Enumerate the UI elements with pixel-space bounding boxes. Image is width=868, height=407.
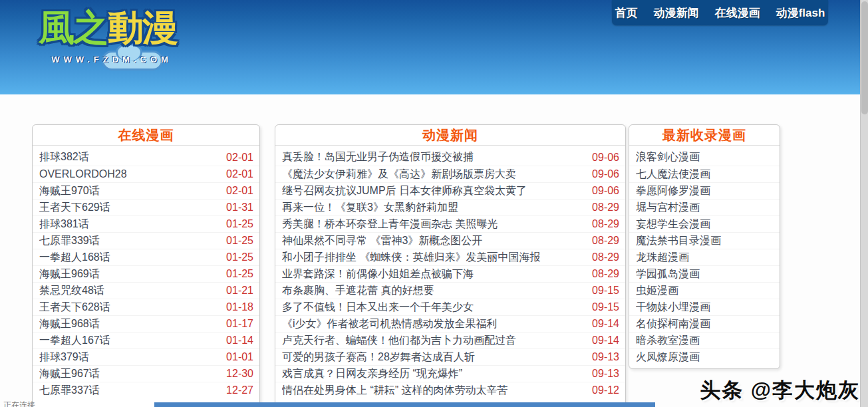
item-title[interactable]: 海贼王969话 — [39, 267, 221, 281]
item-title[interactable]: 秀美腿！桥本环奈登上青年漫画杂志 美照曝光 — [282, 217, 587, 231]
nav-item[interactable]: 首页 — [615, 5, 638, 21]
item-title[interactable]: 海贼王970话 — [39, 184, 221, 198]
list-item[interactable]: 排球379话 01-01 — [33, 348, 259, 365]
list-item[interactable]: 一拳超人167话 01-14 — [33, 332, 259, 348]
item-title[interactable]: 拳愿阿修罗漫画 — [636, 184, 774, 198]
item-title[interactable]: 卢克天行者、蝙蝠侠！他们都为吉卜力动画配过音 — [282, 334, 587, 348]
item-title[interactable]: 名侦探柯南漫画 — [636, 317, 774, 331]
list-item[interactable]: 多了不值钱！日本又出来一个千年美少女 09-15 — [275, 299, 625, 315]
item-title[interactable]: 排球382话 — [39, 150, 221, 164]
item-title[interactable]: 海贼王968话 — [39, 317, 221, 331]
item-title[interactable]: 神仙果然不同寻常 《雷神3》新概念图公开 — [282, 234, 587, 248]
list-item[interactable]: 堀与宫村漫画 — [629, 199, 780, 215]
item-date: 09-14 — [592, 335, 619, 346]
item-title[interactable]: 海贼王967话 — [39, 367, 221, 381]
list-item[interactable]: 情侣在处男身体上 “耕耘” 这样的肉体劳动太辛苦 09-12 — [275, 382, 625, 398]
list-item[interactable]: 和小团子排排坐 《蜘蛛侠：英雄归来》发美丽中国海报 08-29 — [275, 249, 625, 265]
list-item[interactable]: 排球382话 02-01 — [33, 149, 259, 166]
item-title[interactable]: OVERLORDOH28 — [39, 168, 221, 180]
item-title[interactable]: 再来一位！《复联3》女黑豹舒莉加盟 — [282, 201, 587, 215]
list-item[interactable]: 一拳超人168话 01-25 — [33, 249, 259, 265]
item-title[interactable]: 学园孤岛漫画 — [636, 267, 774, 281]
list-item[interactable]: 再来一位！《复联3》女黑豹舒莉加盟 08-29 — [275, 199, 625, 215]
item-title[interactable]: 暗杀教室漫画 — [636, 334, 774, 348]
item-title[interactable]: 王者天下628话 — [39, 301, 221, 315]
item-title[interactable]: 业界套路深！前偶像小姐姐差点被骗下海 — [282, 267, 587, 281]
list-item[interactable]: 继号召网友抗议JUMP后 日本女律师称真空袋太黄了 09-06 — [275, 182, 625, 199]
list-item[interactable]: 海贼王969话 01-25 — [33, 265, 259, 282]
list-item[interactable]: 可爱的男孩子赛高！28岁舞者达成百人斩 09-13 — [275, 348, 625, 365]
list-item[interactable]: 学园孤岛漫画 — [629, 265, 780, 282]
item-title[interactable]: 和小团子排排坐 《蜘蛛侠：英雄归来》发美丽中国海报 — [282, 251, 587, 265]
list-item[interactable]: 排球381话 01-25 — [33, 215, 259, 232]
item-date: 08-29 — [592, 235, 619, 247]
list-item[interactable]: 虫姬漫画 — [629, 282, 780, 299]
list-item[interactable]: 七人魔法使漫画 — [629, 166, 780, 182]
nav-item[interactable]: 动漫flash — [776, 5, 825, 21]
item-title[interactable]: 《魔法少女伊莉雅》及《高达》新剧场版票房大卖 — [282, 168, 587, 182]
list-item[interactable]: 《i少女》作者被老司机热情感动发放全果福利 09-14 — [275, 315, 625, 332]
list-item[interactable]: 火凤燎原漫画 — [629, 348, 780, 365]
list-item[interactable]: 业界套路深！前偶像小姐姐差点被骗下海 08-29 — [275, 265, 625, 282]
list-item[interactable]: 戏言成真？日网友亲身经历 “现充爆炸” 09-13 — [275, 365, 625, 382]
item-title[interactable]: 《i少女》作者被老司机热情感动发放全果福利 — [282, 317, 587, 331]
item-date: 01-14 — [226, 335, 253, 346]
item-title[interactable]: 戏言成真？日网友亲身经历 “现充爆炸” — [282, 367, 587, 381]
item-title[interactable]: 禁忌咒纹48话 — [39, 284, 221, 298]
site-logo[interactable]: 風之動漫 WWW.FZDM.COM — [39, 9, 185, 88]
item-title[interactable]: 王者天下629话 — [39, 201, 221, 215]
item-title[interactable]: 七原罪339话 — [39, 234, 221, 248]
item-title[interactable]: 妄想学生会漫画 — [636, 217, 774, 231]
list-item[interactable]: 名侦探柯南漫画 — [629, 315, 780, 332]
item-title[interactable]: 多了不值钱！日本又出来一个千年美少女 — [282, 301, 587, 315]
vertical-scrollbar[interactable] — [860, 0, 868, 407]
item-title[interactable]: 继号召网友抗议JUMP后 日本女律师称真空袋太黄了 — [282, 184, 587, 198]
item-title[interactable]: 排球379话 — [39, 350, 221, 364]
item-title[interactable]: 一拳超人167话 — [39, 334, 221, 348]
item-title[interactable]: 可爱的男孩子赛高！28岁舞者达成百人斩 — [282, 350, 587, 364]
list-item[interactable]: 布条裹胸、手遮花蕾 真的好想要 09-15 — [275, 282, 625, 299]
list-item[interactable]: 《魔法少女伊莉雅》及《高达》新剧场版票房大卖 09-06 — [275, 166, 625, 182]
list-item[interactable]: 海贼王970话 02-01 — [33, 182, 259, 199]
item-title[interactable]: 堀与宫村漫画 — [636, 201, 774, 215]
item-title[interactable]: 魔法禁书目录漫画 — [636, 234, 774, 248]
list-item[interactable]: 禁忌咒纹48话 01-21 — [33, 282, 259, 299]
latest-comics-list: 浪客剑心漫画 七人魔法使漫画 拳愿阿修罗漫画 堀与宫村漫画 妄想学生会漫画 魔法… — [629, 146, 780, 365]
news-list: 真丢脸！岛国无业男子伪造假币援交被捕 09-06 《魔法少女伊莉雅》及《高达》新… — [275, 146, 625, 398]
list-item[interactable]: 七原罪339话 01-25 — [33, 232, 259, 249]
list-item[interactable]: 王者天下629话 01-31 — [33, 199, 259, 215]
item-title[interactable]: 虫姬漫画 — [636, 284, 774, 298]
item-title[interactable]: 布条裹胸、手遮花蕾 真的好想要 — [282, 284, 587, 298]
list-item[interactable]: 真丢脸！岛国无业男子伪造假币援交被捕 09-06 — [275, 149, 625, 166]
list-item[interactable]: 王者天下628话 01-18 — [33, 299, 259, 315]
item-date: 01-25 — [226, 268, 253, 280]
item-title[interactable]: 情侣在处男身体上 “耕耘” 这样的肉体劳动太辛苦 — [282, 384, 587, 398]
list-item[interactable]: 妄想学生会漫画 — [629, 215, 780, 232]
item-title[interactable]: 浪客剑心漫画 — [636, 150, 774, 164]
list-item[interactable]: 海贼王968话 01-17 — [33, 315, 259, 332]
item-title[interactable]: 七原罪337话 — [39, 384, 221, 398]
item-title[interactable]: 七人魔法使漫画 — [636, 168, 774, 182]
list-item[interactable]: 拳愿阿修罗漫画 — [629, 182, 780, 199]
item-title[interactable]: 龙珠超漫画 — [636, 251, 774, 265]
item-title[interactable]: 火凤燎原漫画 — [636, 350, 774, 364]
list-item[interactable]: 七原罪337话 12-27 — [33, 382, 259, 398]
list-item[interactable]: 卢克天行者、蝙蝠侠！他们都为吉卜力动画配过音 09-14 — [275, 332, 625, 348]
list-item[interactable]: OVERLORDOH28 02-01 — [33, 166, 259, 182]
panel-news: 动漫新闻 真丢脸！岛国无业男子伪造假币援交被捕 09-06 《魔法少女伊莉雅》及… — [275, 124, 626, 407]
nav-item[interactable]: 动漫新闻 — [654, 5, 699, 21]
list-item[interactable]: 海贼王967话 12-30 — [33, 365, 259, 382]
item-title[interactable]: 一拳超人168话 — [39, 251, 221, 265]
list-item[interactable]: 浪客剑心漫画 — [629, 149, 780, 166]
item-title[interactable]: 干物妹小埋漫画 — [636, 301, 774, 315]
list-item[interactable]: 干物妹小埋漫画 — [629, 299, 780, 315]
item-title[interactable]: 排球381话 — [39, 217, 221, 231]
list-item[interactable]: 神仙果然不同寻常 《雷神3》新概念图公开 08-29 — [275, 232, 625, 249]
list-item[interactable]: 暗杀教室漫画 — [629, 332, 780, 348]
list-item[interactable]: 秀美腿！桥本环奈登上青年漫画杂志 美照曝光 08-29 — [275, 215, 625, 232]
nav-item[interactable]: 在线漫画 — [715, 5, 760, 21]
list-item[interactable]: 龙珠超漫画 — [629, 249, 780, 265]
item-title[interactable]: 真丢脸！岛国无业男子伪造假币援交被捕 — [282, 150, 587, 164]
scrollbar-thumb[interactable] — [861, 1, 868, 114]
list-item[interactable]: 魔法禁书目录漫画 — [629, 232, 780, 249]
